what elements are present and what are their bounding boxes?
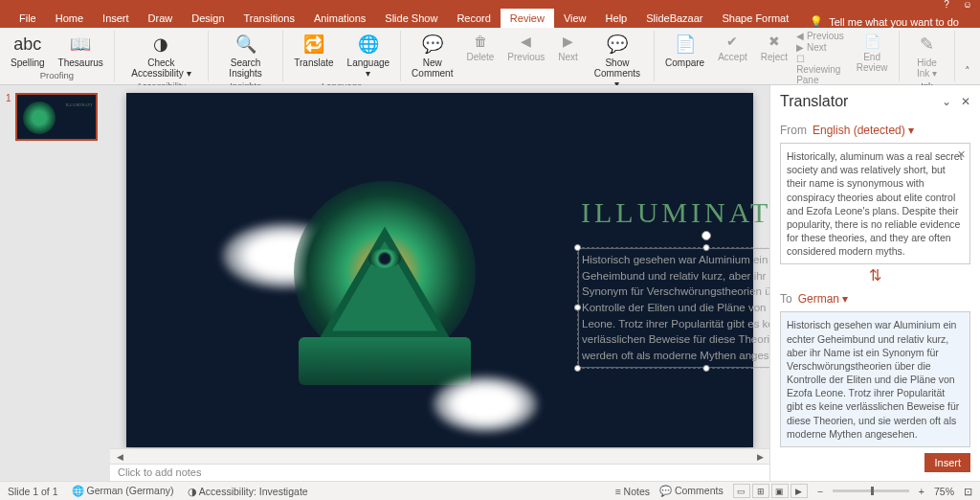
insert-button[interactable]: Insert: [924, 453, 970, 472]
reading-view-button[interactable]: ▣: [771, 484, 789, 498]
prev-change-icon: ◀: [796, 31, 807, 41]
base-icon: [299, 337, 471, 385]
tab-transitions[interactable]: Transitions: [234, 9, 304, 28]
tab-slideshow[interactable]: Slide Show: [375, 9, 447, 28]
bulb-icon: 💡: [810, 15, 823, 28]
end-review-button: 📄End Review: [851, 31, 893, 75]
slide-body-text[interactable]: Historisch gesehen war Aluminium ein ech…: [578, 248, 769, 368]
tab-design[interactable]: Design: [182, 9, 234, 28]
slide-body-textbox[interactable]: Historisch gesehen war Aluminium ein ech…: [578, 248, 769, 368]
prev-comment-button: ◀Previous: [502, 31, 549, 64]
source-text: Historically, aluminum was a real secret…: [787, 150, 963, 257]
comment-icon: 💬: [421, 33, 444, 56]
clear-source-icon[interactable]: ✕: [957, 148, 966, 162]
prev-icon: ◀: [518, 33, 535, 50]
next-change-button: ▶ Next: [796, 42, 847, 53]
zoom-slider[interactable]: [833, 489, 909, 492]
notes-toggle[interactable]: ≡ Notes: [615, 486, 650, 497]
slide-thumbnail-1[interactable]: ILLUMINATI: [15, 93, 98, 141]
pane-close-icon[interactable]: ✕: [961, 95, 970, 108]
delete-icon: 🗑: [472, 33, 489, 50]
tab-shape-format[interactable]: Shape Format: [713, 9, 799, 28]
tab-home[interactable]: Home: [46, 9, 93, 28]
tab-help[interactable]: Help: [596, 9, 637, 28]
swap-languages-button[interactable]: ⇅: [780, 266, 970, 284]
compare-icon: 📄: [674, 33, 697, 56]
end-review-icon: 📄: [863, 33, 880, 50]
resize-handle-mb[interactable]: [703, 365, 710, 372]
scroll-right-icon[interactable]: ▶: [754, 452, 766, 462]
tell-me-label: Tell me what you want to do: [829, 16, 959, 28]
tab-draw[interactable]: Draw: [139, 9, 183, 28]
tab-slidebazaar[interactable]: SlideBazaar: [636, 9, 712, 28]
reviewing-pane-button: ☐ Reviewing Pane: [796, 54, 847, 85]
compare-button[interactable]: 📄Compare: [660, 31, 709, 70]
from-language-dropdown[interactable]: English (detected) ▾: [813, 124, 914, 137]
thumb-number: 1: [6, 93, 11, 141]
zoom-level[interactable]: 75%: [934, 486, 954, 497]
language-status[interactable]: 🌐 German (Germany): [72, 485, 174, 497]
next-change-icon: ▶: [796, 42, 807, 53]
tab-animations[interactable]: Animations: [304, 9, 375, 28]
thumb-title: ILLUMINATI: [65, 102, 92, 107]
search-insights-button[interactable]: 🔍Search Insights: [214, 31, 277, 80]
spelling-icon: abc: [16, 33, 39, 56]
reject-icon: ✖: [766, 33, 783, 50]
spelling-button[interactable]: abcSpelling: [6, 31, 50, 70]
language-button[interactable]: 🌐Language ▾: [343, 31, 395, 80]
resize-handle-mt[interactable]: [703, 244, 710, 251]
globe-icon: 🌐: [357, 33, 380, 56]
to-label: To: [780, 292, 792, 306]
titlebar: ? ☺: [0, 0, 980, 9]
slide-title[interactable]: ILLUMINATI: [581, 196, 769, 229]
notes-pane[interactable]: Click to add notes: [110, 464, 769, 481]
tab-record[interactable]: Record: [447, 9, 500, 28]
translator-pane: Translator ⌄ ✕ From English (detected) ▾…: [769, 85, 980, 481]
group-proofing: Proofing: [40, 70, 74, 82]
slideshow-button[interactable]: ▶: [791, 484, 808, 498]
tab-view[interactable]: View: [554, 9, 596, 28]
accessibility-status[interactable]: ◑ Accessibility: Investigate: [188, 486, 308, 497]
pane-options-icon[interactable]: ⌄: [942, 95, 951, 108]
zoom-out-button[interactable]: −: [817, 486, 823, 497]
slide-canvas[interactable]: ILLUMINATI Historisch gesehen war Alumin…: [126, 93, 753, 447]
check-accessibility-button[interactable]: ◑Check Accessibility ▾: [121, 31, 202, 80]
thumb-art-icon: [23, 102, 56, 134]
fit-window-button[interactable]: ⊡: [964, 486, 972, 497]
translate-button[interactable]: 🔁Translate: [289, 31, 338, 70]
zoom-in-button[interactable]: +: [919, 486, 924, 497]
search-icon: 🔍: [234, 33, 257, 56]
zoom-thumb[interactable]: [871, 487, 874, 495]
delete-comment-button: 🗑Delete: [461, 31, 499, 64]
tab-review[interactable]: Review: [501, 9, 554, 28]
resize-handle-bl[interactable]: [574, 365, 581, 372]
source-text-box[interactable]: Historically, aluminum was a real secret…: [780, 143, 970, 264]
target-text: Historisch gesehen war Aluminium ein ech…: [787, 319, 959, 439]
tab-file[interactable]: File: [10, 9, 46, 28]
rotate-handle[interactable]: [702, 231, 711, 240]
horizontal-scrollbar[interactable]: ◀ ▶: [110, 448, 769, 464]
collapse-ribbon-button[interactable]: ˄: [955, 61, 980, 81]
tell-me-search[interactable]: 💡Tell me what you want to do: [810, 15, 959, 28]
status-bar: Slide 1 of 1 🌐 German (Germany) ◑ Access…: [0, 481, 980, 500]
tab-insert[interactable]: Insert: [93, 9, 139, 28]
translator-title: Translator: [780, 93, 848, 110]
slide-thumbnails: 1 ILLUMINATI: [0, 85, 110, 481]
pane-icon: ☐: [796, 54, 805, 64]
accessibility-icon: ◑: [149, 33, 172, 56]
target-text-box: Historisch gesehen war Aluminium ein ech…: [780, 311, 970, 447]
resize-handle-ml[interactable]: [574, 305, 581, 311]
reject-button: ✖Reject: [756, 31, 792, 64]
scroll-left-icon[interactable]: ◀: [114, 452, 125, 462]
slide-illustration: [251, 165, 519, 433]
from-label: From: [780, 124, 807, 137]
sorter-view-button[interactable]: ⊞: [752, 484, 769, 498]
resize-handle-tl[interactable]: [574, 244, 581, 251]
new-comment-button[interactable]: 💬New Comment: [407, 31, 457, 80]
show-comments-button[interactable]: 💬Show Comments ▾: [587, 31, 648, 91]
comments-toggle[interactable]: 💬 Comments: [659, 485, 724, 497]
to-language-dropdown[interactable]: German ▾: [798, 292, 849, 306]
normal-view-button[interactable]: ▭: [733, 484, 750, 498]
thesaurus-button[interactable]: 📖Thesaurus: [54, 31, 108, 70]
translate-icon: 🔁: [302, 33, 325, 56]
